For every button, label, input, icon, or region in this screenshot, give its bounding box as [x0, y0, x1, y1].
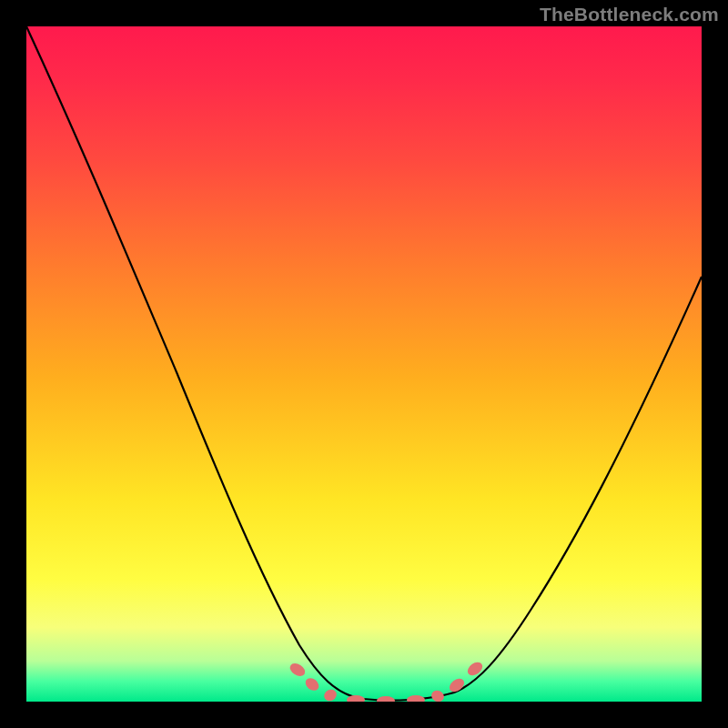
svg-point-4 [377, 696, 395, 702]
svg-point-5 [407, 695, 425, 702]
svg-point-6 [430, 689, 446, 702]
chart-frame: TheBottleneck.com [0, 0, 728, 728]
svg-point-1 [303, 675, 321, 693]
svg-point-2 [322, 687, 339, 702]
curve-markers [288, 660, 485, 702]
plot-area [26, 26, 702, 702]
curve-layer [26, 26, 702, 702]
bottleneck-curve [26, 26, 702, 701]
svg-point-8 [465, 660, 485, 678]
svg-point-0 [288, 661, 308, 679]
watermark-text: TheBottleneck.com [540, 4, 719, 25]
